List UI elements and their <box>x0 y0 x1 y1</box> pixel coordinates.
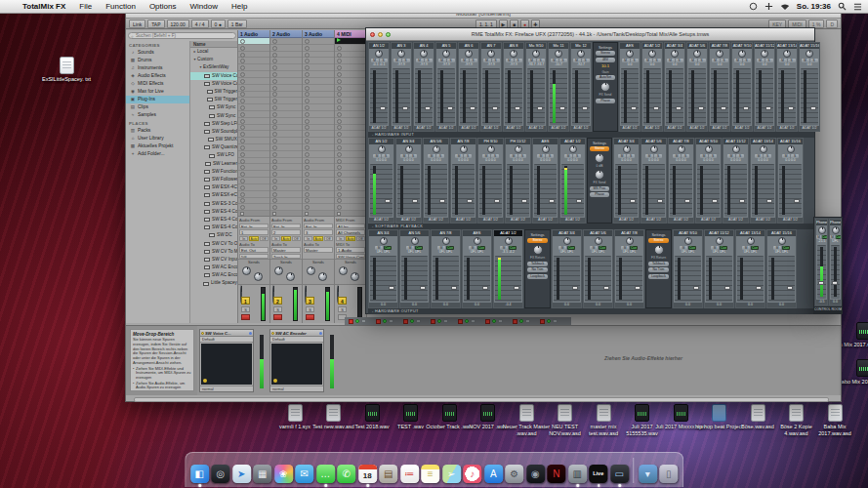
browser-item-sw-dc[interactable]: SW DC <box>190 231 237 239</box>
dock-item-app-store[interactable]: A <box>484 465 503 483</box>
channel-label[interactable]: ADAT 3/4 <box>665 43 684 49</box>
clip-slot[interactable] <box>335 98 366 104</box>
clip-slot[interactable] <box>303 78 334 85</box>
channel-strip-an-7[interactable]: AN 7MS-97.9ADAT 1/2 <box>480 42 502 132</box>
clip-slot[interactable] <box>270 111 302 118</box>
transport-segment-tap[interactable]: TAP <box>147 20 164 28</box>
fader-area[interactable] <box>706 256 732 303</box>
fader-area[interactable] <box>737 256 764 303</box>
settings-button-autoset[interactable]: AutoSet <box>596 75 615 80</box>
sidebar-item-audio-effects[interactable]: ◈Audio Effects <box>126 72 189 80</box>
fader-handle[interactable] <box>657 199 663 203</box>
transport-segment-1-bar[interactable]: 1 Bar <box>227 20 247 28</box>
settings-button-talkback[interactable]: Talkback <box>527 262 548 266</box>
device-mode-chooser[interactable]: normal <box>200 386 253 391</box>
pan-knob[interactable] <box>705 145 713 153</box>
fader-handle[interactable] <box>766 199 772 203</box>
io-output-channel-chooser[interactable]: SW Voice Cont <box>336 254 365 260</box>
dock-item-contacts[interactable]: ▤ <box>379 465 397 483</box>
channel-strip-adat-1-2[interactable]: ADAT 1/2MCue-3.5 -4.2-0.4 <box>493 229 523 308</box>
clip-slot[interactable] <box>335 58 366 64</box>
fader-area[interactable] <box>452 164 475 218</box>
fader-handle[interactable] <box>470 106 475 110</box>
clip-stop-button[interactable] <box>240 212 244 216</box>
fader-handle[interactable] <box>693 286 699 290</box>
routing-label[interactable]: ADAT 1/2 <box>751 218 775 223</box>
browser-item-sw-sync[interactable]: SW Sync <box>190 103 237 111</box>
clip-slot[interactable] <box>238 125 269 132</box>
clip-slot[interactable] <box>270 178 302 184</box>
send-a-knob[interactable] <box>339 266 348 275</box>
clip-slot[interactable] <box>303 111 334 118</box>
pan-knob[interactable] <box>760 145 767 153</box>
clip-slot[interactable] <box>238 78 269 85</box>
pan-knob[interactable] <box>626 237 634 245</box>
clip-slot[interactable] <box>270 151 302 158</box>
routing-label[interactable]: ADAT 1/2 <box>504 126 523 131</box>
channel-label[interactable]: ADAT 11/12 <box>755 43 774 49</box>
solo-button[interactable]: S <box>273 306 282 312</box>
settings-button-loopback[interactable]: Loopback <box>648 274 669 279</box>
io-input-channel-chooser[interactable]: All Channels <box>336 229 365 235</box>
clip-slot[interactable] <box>238 52 269 59</box>
browser-item-sw-ac-encoder-4ch-[interactable]: SW AC Encoder (4ch) <box>190 264 237 271</box>
channel-strip-aes[interactable]: AESMS0.0ADAT 1/2 <box>619 42 641 132</box>
clip-slot[interactable] <box>335 204 366 211</box>
clip-slot[interactable] <box>335 184 366 191</box>
clip-slot[interactable] <box>303 71 334 78</box>
channel-strip-an-7-8[interactable]: AN 7/8MCueUFL UFL0.0 <box>431 229 461 308</box>
browser-item-local[interactable]: ▸Local <box>190 48 237 56</box>
routing-label[interactable]: ADAT 1/2 <box>571 126 591 131</box>
channel-label[interactable]: AN 8 <box>504 43 523 49</box>
channel-label[interactable]: ADAT 11/12 <box>705 230 733 236</box>
channel-label[interactable]: AN 3/4 <box>369 230 397 236</box>
transport-segment-4-4[interactable]: 4 / 4 <box>191 20 209 28</box>
channel-strip-adat-13-14[interactable]: ADAT 13/14MS0.0 0.0ADAT 1/2 <box>750 138 776 224</box>
record-led[interactable] <box>403 319 408 324</box>
fader-area[interactable] <box>534 164 557 218</box>
solo-button[interactable]: S <box>241 306 250 312</box>
channel-label[interactable]: ADAT 7/8 <box>669 139 693 144</box>
menu-item-totalmix-fx[interactable]: TotalMix FX <box>16 0 72 14</box>
channel-strip-adat-1-2[interactable]: ADAT 1/2MS0.0 0.0ADAT 1/2 <box>559 138 586 224</box>
fader-area[interactable] <box>401 256 428 303</box>
channel-label[interactable]: ADAT 11/12 <box>723 139 748 144</box>
send-a-knob[interactable] <box>274 266 283 275</box>
fader-handle[interactable] <box>537 106 543 110</box>
browser-item-sw-cv-input[interactable]: SW CV Input <box>190 256 237 264</box>
channel-strip-aes[interactable]: AESMCueUFL UFL0.0 <box>462 229 492 308</box>
clip-slot[interactable] <box>303 58 334 64</box>
pan-knob[interactable] <box>532 50 540 58</box>
channel-label[interactable]: AN 4 <box>414 43 434 49</box>
channel-strip-adat-3-4[interactable]: ADAT 3/4MS0.0ADAT 1/2 <box>664 42 685 132</box>
clip-slot[interactable] <box>238 178 269 184</box>
menu-item-options[interactable]: Options <box>143 0 184 14</box>
channel-strip-adat-15-16[interactable]: ADAT 15/16MS0.0 0.0ADAT 1/2 <box>777 138 804 224</box>
fader-handle[interactable] <box>635 286 641 290</box>
fader-area[interactable] <box>415 68 433 126</box>
browser-item-sw-es-4-controller[interactable]: SW ES-4 Controller <box>190 216 237 224</box>
pan-knob[interactable] <box>380 237 388 245</box>
clip-slot[interactable] <box>303 125 334 132</box>
clip-slot[interactable] <box>270 184 302 191</box>
pan-knob[interactable] <box>411 237 419 245</box>
dock-item-itunes[interactable]: ♪ <box>463 465 481 483</box>
send-a-knob[interactable] <box>242 266 251 275</box>
dock-item-spotlight-app[interactable]: ◎ <box>211 465 229 483</box>
fader-handle[interactable] <box>818 281 824 285</box>
channel-label[interactable]: Phones 2 <box>830 220 841 225</box>
clip-slot[interactable] <box>270 38 302 45</box>
sidebar-item-midi-effects[interactable]: ◇MIDI Effects <box>126 80 189 88</box>
clip-slot[interactable] <box>238 191 269 198</box>
dock-item-messages[interactable]: … <box>316 465 335 483</box>
channel-label[interactable]: AN 1/2 <box>369 139 393 144</box>
channel-label[interactable]: ADAT 15/16 <box>767 230 796 236</box>
channel-label[interactable]: ADAT 15/16 <box>778 139 803 144</box>
fader-area[interactable] <box>675 256 701 303</box>
menu-item-file[interactable]: File <box>72 0 99 14</box>
routing-label[interactable]: ADAT 1/2 <box>506 218 530 223</box>
routing-label[interactable]: 0.0 <box>674 303 702 307</box>
fader-area[interactable] <box>505 68 522 126</box>
routing-label[interactable]: ADAT 1/2 <box>481 126 501 131</box>
clip-slot[interactable] <box>270 98 302 104</box>
